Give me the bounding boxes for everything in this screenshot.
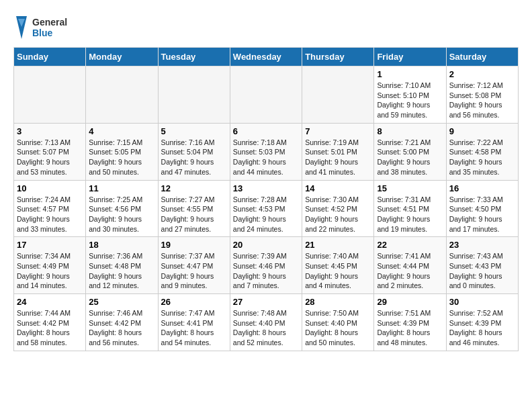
svg-text:General: General	[32, 17, 67, 28]
day-number: 20	[233, 240, 299, 250]
day-cell	[158, 66, 230, 124]
day-info: Sunrise: 7:43 AM Sunset: 4:43 PM Dayligh…	[449, 251, 515, 291]
day-cell	[14, 66, 86, 124]
week-row-1: 3Sunrise: 7:13 AM Sunset: 5:07 PM Daylig…	[14, 123, 519, 180]
day-cell: 26Sunrise: 7:47 AM Sunset: 4:41 PM Dayli…	[158, 294, 230, 351]
day-number: 13	[233, 183, 299, 193]
day-number: 5	[161, 126, 227, 136]
header-wednesday: Wednesday	[230, 48, 302, 66]
logo-svg: GeneralBlue	[13, 13, 81, 40]
logo: GeneralBlue	[13, 13, 81, 40]
week-row-3: 17Sunrise: 7:34 AM Sunset: 4:49 PM Dayli…	[14, 237, 519, 294]
day-number: 28	[305, 297, 371, 307]
day-cell: 6Sunrise: 7:18 AM Sunset: 5:03 PM Daylig…	[230, 123, 302, 180]
header-sunday: Sunday	[14, 48, 86, 66]
day-number: 22	[377, 240, 443, 250]
day-cell: 25Sunrise: 7:46 AM Sunset: 4:42 PM Dayli…	[86, 294, 158, 351]
day-cell: 15Sunrise: 7:31 AM Sunset: 4:51 PM Dayli…	[374, 180, 446, 237]
day-info: Sunrise: 7:12 AM Sunset: 5:08 PM Dayligh…	[449, 81, 515, 120]
day-number: 10	[17, 183, 83, 193]
day-cell: 19Sunrise: 7:37 AM Sunset: 4:47 PM Dayli…	[158, 237, 230, 294]
header-thursday: Thursday	[302, 48, 374, 66]
day-cell: 18Sunrise: 7:36 AM Sunset: 4:48 PM Dayli…	[86, 237, 158, 294]
day-number: 6	[233, 126, 299, 136]
day-cell: 22Sunrise: 7:41 AM Sunset: 4:44 PM Dayli…	[374, 237, 446, 294]
day-info: Sunrise: 7:36 AM Sunset: 4:48 PM Dayligh…	[89, 251, 154, 291]
header-friday: Friday	[374, 48, 446, 66]
day-info: Sunrise: 7:47 AM Sunset: 4:41 PM Dayligh…	[161, 308, 227, 348]
day-info: Sunrise: 7:22 AM Sunset: 4:58 PM Dayligh…	[449, 138, 515, 177]
day-info: Sunrise: 7:37 AM Sunset: 4:47 PM Dayligh…	[161, 251, 227, 291]
header: GeneralBlue	[13, 13, 519, 40]
day-info: Sunrise: 7:41 AM Sunset: 4:44 PM Dayligh…	[377, 251, 443, 291]
day-cell: 1Sunrise: 7:10 AM Sunset: 5:10 PM Daylig…	[374, 66, 446, 124]
day-number: 11	[89, 183, 154, 193]
day-info: Sunrise: 7:13 AM Sunset: 5:07 PM Dayligh…	[17, 138, 83, 177]
day-info: Sunrise: 7:39 AM Sunset: 4:46 PM Dayligh…	[233, 251, 299, 291]
day-cell: 24Sunrise: 7:44 AM Sunset: 4:42 PM Dayli…	[14, 294, 86, 351]
day-info: Sunrise: 7:44 AM Sunset: 4:42 PM Dayligh…	[17, 308, 83, 348]
day-cell: 14Sunrise: 7:30 AM Sunset: 4:52 PM Dayli…	[302, 180, 374, 237]
day-number: 26	[161, 297, 227, 307]
day-cell: 12Sunrise: 7:27 AM Sunset: 4:55 PM Dayli…	[158, 180, 230, 237]
day-cell: 27Sunrise: 7:48 AM Sunset: 4:40 PM Dayli…	[230, 294, 302, 351]
svg-text:Blue: Blue	[32, 28, 53, 38]
day-cell: 3Sunrise: 7:13 AM Sunset: 5:07 PM Daylig…	[14, 123, 86, 180]
calendar-header: SundayMondayTuesdayWednesdayThursdayFrid…	[14, 48, 519, 66]
day-cell	[86, 66, 158, 124]
day-info: Sunrise: 7:24 AM Sunset: 4:57 PM Dayligh…	[17, 195, 83, 234]
day-info: Sunrise: 7:51 AM Sunset: 4:39 PM Dayligh…	[377, 308, 443, 348]
day-number: 17	[17, 240, 83, 250]
day-info: Sunrise: 7:33 AM Sunset: 4:50 PM Dayligh…	[449, 195, 515, 234]
day-cell: 9Sunrise: 7:22 AM Sunset: 4:58 PM Daylig…	[446, 123, 518, 180]
day-info: Sunrise: 7:34 AM Sunset: 4:49 PM Dayligh…	[17, 251, 83, 291]
day-info: Sunrise: 7:21 AM Sunset: 5:00 PM Dayligh…	[377, 138, 443, 177]
day-number: 9	[449, 126, 515, 136]
day-number: 15	[377, 183, 443, 193]
day-number: 14	[305, 183, 371, 193]
day-cell: 10Sunrise: 7:24 AM Sunset: 4:57 PM Dayli…	[14, 180, 86, 237]
day-number: 23	[449, 240, 515, 250]
day-cell: 5Sunrise: 7:16 AM Sunset: 5:04 PM Daylig…	[158, 123, 230, 180]
day-info: Sunrise: 7:18 AM Sunset: 5:03 PM Dayligh…	[233, 138, 299, 177]
week-row-4: 24Sunrise: 7:44 AM Sunset: 4:42 PM Dayli…	[14, 294, 519, 351]
day-info: Sunrise: 7:19 AM Sunset: 5:01 PM Dayligh…	[305, 138, 371, 177]
day-info: Sunrise: 7:48 AM Sunset: 4:40 PM Dayligh…	[233, 308, 299, 348]
header-row: SundayMondayTuesdayWednesdayThursdayFrid…	[14, 48, 519, 66]
day-number: 8	[377, 126, 443, 136]
day-number: 18	[89, 240, 154, 250]
day-cell: 2Sunrise: 7:12 AM Sunset: 5:08 PM Daylig…	[446, 66, 518, 124]
day-number: 29	[377, 297, 443, 307]
day-info: Sunrise: 7:15 AM Sunset: 5:05 PM Dayligh…	[89, 138, 154, 177]
day-info: Sunrise: 7:40 AM Sunset: 4:45 PM Dayligh…	[305, 251, 371, 291]
day-number: 21	[305, 240, 371, 250]
day-cell: 17Sunrise: 7:34 AM Sunset: 4:49 PM Dayli…	[14, 237, 86, 294]
day-number: 2	[449, 69, 515, 79]
day-cell: 23Sunrise: 7:43 AM Sunset: 4:43 PM Dayli…	[446, 237, 518, 294]
day-number: 7	[305, 126, 371, 136]
day-number: 27	[233, 297, 299, 307]
day-info: Sunrise: 7:50 AM Sunset: 4:40 PM Dayligh…	[305, 308, 371, 348]
day-number: 16	[449, 183, 515, 193]
day-cell: 7Sunrise: 7:19 AM Sunset: 5:01 PM Daylig…	[302, 123, 374, 180]
day-cell: 16Sunrise: 7:33 AM Sunset: 4:50 PM Dayli…	[446, 180, 518, 237]
day-number: 19	[161, 240, 227, 250]
day-number: 1	[377, 69, 443, 79]
day-cell: 20Sunrise: 7:39 AM Sunset: 4:46 PM Dayli…	[230, 237, 302, 294]
week-row-2: 10Sunrise: 7:24 AM Sunset: 4:57 PM Dayli…	[14, 180, 519, 237]
day-info: Sunrise: 7:46 AM Sunset: 4:42 PM Dayligh…	[89, 308, 154, 348]
day-number: 12	[161, 183, 227, 193]
day-info: Sunrise: 7:25 AM Sunset: 4:56 PM Dayligh…	[89, 195, 154, 234]
day-cell	[302, 66, 374, 124]
day-number: 25	[89, 297, 154, 307]
day-cell: 29Sunrise: 7:51 AM Sunset: 4:39 PM Dayli…	[374, 294, 446, 351]
day-number: 24	[17, 297, 83, 307]
day-info: Sunrise: 7:30 AM Sunset: 4:52 PM Dayligh…	[305, 195, 371, 234]
day-cell: 28Sunrise: 7:50 AM Sunset: 4:40 PM Dayli…	[302, 294, 374, 351]
day-cell: 13Sunrise: 7:28 AM Sunset: 4:53 PM Dayli…	[230, 180, 302, 237]
day-cell: 8Sunrise: 7:21 AM Sunset: 5:00 PM Daylig…	[374, 123, 446, 180]
header-monday: Monday	[86, 48, 158, 66]
header-saturday: Saturday	[446, 48, 518, 66]
day-number: 30	[449, 297, 515, 307]
calendar-table: SundayMondayTuesdayWednesdayThursdayFrid…	[13, 47, 519, 351]
